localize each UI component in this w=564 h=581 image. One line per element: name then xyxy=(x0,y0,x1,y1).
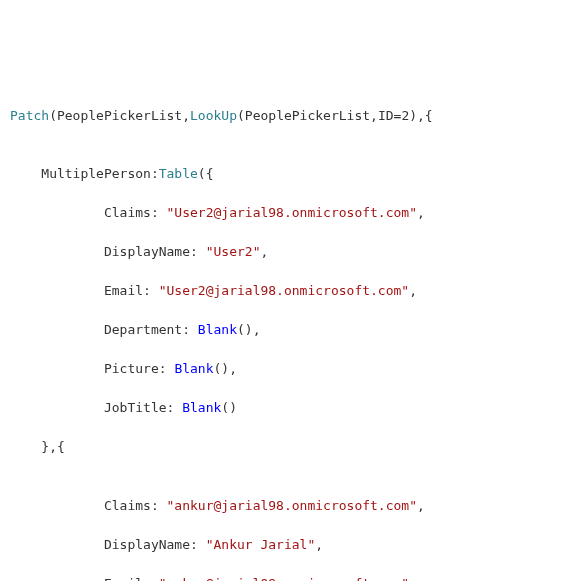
code-line: },{ xyxy=(10,437,554,457)
code-line: Claims: "ankur@jarial98.onmicrosoft.com"… xyxy=(10,496,554,516)
string-literal: "ankur@jarial98.onmicrosoft.com" xyxy=(159,576,409,582)
code-line: DisplayName: "Ankur Jarial", xyxy=(10,535,554,555)
fn-blank: Blank xyxy=(182,400,221,415)
string-literal: "User2@jarial98.onmicrosoft.com" xyxy=(167,205,417,220)
string-literal: "Ankur Jarial" xyxy=(206,537,316,552)
code-line: Email: "User2@jarial98.onmicrosoft.com", xyxy=(10,281,554,301)
code-line: Picture: Blank(), xyxy=(10,359,554,379)
string-literal: "User2" xyxy=(206,244,261,259)
fn-table: Table xyxy=(159,166,198,181)
fn-blank: Blank xyxy=(174,361,213,376)
code-line: JobTitle: Blank() xyxy=(10,398,554,418)
fn-patch: Patch xyxy=(10,108,49,123)
code-line: Claims: "User2@jarial98.onmicrosoft.com"… xyxy=(10,203,554,223)
code-block: Patch(PeoplePickerList,LookUp(PeoplePick… xyxy=(10,86,554,581)
code-line: MultiplePerson:Table({ xyxy=(10,164,554,184)
string-literal: "ankur@jarial98.onmicrosoft.com" xyxy=(167,498,417,513)
code-line: DisplayName: "User2", xyxy=(10,242,554,262)
code-line: Department: Blank(), xyxy=(10,320,554,340)
string-literal: "User2@jarial98.onmicrosoft.com" xyxy=(159,283,409,298)
fn-blank: Blank xyxy=(198,322,237,337)
code-line: Patch(PeoplePickerList,LookUp(PeoplePick… xyxy=(10,106,554,126)
fn-lookup: LookUp xyxy=(190,108,237,123)
code-line: Email: "ankur@jarial98.onmicrosoft.com", xyxy=(10,574,554,582)
